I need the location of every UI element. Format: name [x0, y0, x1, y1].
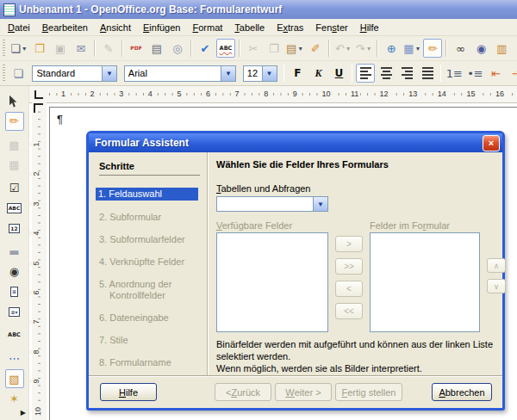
- dialog-titlebar[interactable]: Formular Assistent ×: [89, 133, 502, 152]
- menu-item-format[interactable]: Format: [186, 21, 228, 34]
- menu-item-tabelle[interactable]: Tabelle: [228, 21, 271, 34]
- binary-fields-note: Binärfelder werden mit aufgeführt und kö…: [216, 338, 504, 374]
- ruler-corner: [29, 86, 47, 103]
- checkbox-icon[interactable]: ☑: [5, 179, 24, 197]
- form-design-icon[interactable]: ▧: [5, 369, 24, 387]
- menu-item-extras[interactable]: Extras: [271, 21, 309, 34]
- page-preview-icon[interactable]: ◎: [168, 39, 187, 58]
- option-button-icon[interactable]: ◉: [5, 262, 24, 281]
- gallery-icon[interactable]: ▥: [492, 39, 511, 58]
- paste-dropdown-icon[interactable]: ▼: [297, 46, 303, 52]
- next-button: Weiter >: [275, 383, 332, 401]
- option-button-glyph: ◉: [9, 266, 19, 277]
- menu-item-fenster[interactable]: Fenster: [309, 21, 353, 34]
- navigator-icon[interactable]: ◉: [471, 39, 490, 58]
- underline-icon[interactable]: U: [329, 64, 348, 83]
- ruler-mark: 4: [146, 89, 154, 99]
- window-titlebar[interactable]: Unbenannt 1 - OpenOffice.org Base: Formu…: [0, 0, 517, 19]
- tab-stop-selector-icon[interactable]: [34, 90, 43, 99]
- push-button-glyph: ▬: [9, 246, 19, 257]
- auto-spellcheck-icon[interactable]: ABC: [216, 39, 235, 58]
- menu-item-hilfe[interactable]: Hilfe: [354, 21, 385, 34]
- tables-queries-combo[interactable]: ▼: [216, 196, 328, 212]
- print-icon[interactable]: ▤: [147, 39, 166, 58]
- toolbar-overflow-icon[interactable]: ▶: [21, 409, 26, 417]
- text-box-glyph: ABC: [7, 203, 22, 213]
- margin-marker[interactable]: [34, 103, 43, 113]
- insert-table-icon[interactable]: ▦▼: [402, 39, 421, 58]
- menu-item-einfgen[interactable]: Einfügen: [137, 21, 186, 34]
- numbered-list-icon[interactable]: 1≡: [445, 64, 464, 83]
- design-mode-icon[interactable]: ✏: [423, 39, 442, 58]
- toolbar-grip[interactable]: [2, 65, 5, 82]
- ruler-mark: 7: [30, 320, 42, 324]
- align-justify-icon[interactable]: [418, 64, 437, 83]
- align-center-icon[interactable]: [377, 64, 396, 83]
- label-field-icon[interactable]: ABC: [5, 326, 24, 344]
- wizards-icon[interactable]: ✶: [5, 390, 24, 408]
- more-controls-icon[interactable]: ⋯: [5, 349, 24, 368]
- redo-glyph: ↷: [356, 43, 365, 54]
- decrease-indent-icon[interactable]: ⇤: [486, 64, 505, 83]
- format-paintbrush-icon[interactable]: ✐: [306, 39, 325, 58]
- available-fields-list[interactable]: [216, 232, 328, 332]
- insert-table-dropdown-icon[interactable]: ▼: [415, 46, 421, 52]
- spellcheck-icon[interactable]: ✔: [196, 39, 215, 58]
- form-wizard-dialog: Formular Assistent × Schritte 1. Feldaus…: [86, 131, 505, 411]
- close-icon[interactable]: ×: [483, 135, 500, 151]
- open-icon[interactable]: ❐: [30, 39, 49, 58]
- wizard-step-2: 2. Subformular: [99, 212, 200, 223]
- bold-icon[interactable]: F: [288, 64, 307, 83]
- italic-icon[interactable]: K: [308, 64, 327, 83]
- increase-indent-icon[interactable]: ⇥: [507, 64, 517, 83]
- cancel-button[interactable]: Abbrechen: [432, 383, 492, 401]
- list-box-icon[interactable]: ≡: [5, 282, 24, 300]
- separator: [94, 40, 96, 57]
- chevron-down-icon[interactable]: ▼: [313, 197, 327, 211]
- move-selected-left-button: <: [335, 281, 363, 297]
- available-fields-label: Verfügbare Felder: [216, 220, 292, 231]
- wizard-step-1[interactable]: 1. Feldauswahl: [96, 188, 198, 201]
- menu-item-ansicht[interactable]: Ansicht: [94, 21, 137, 34]
- help-button[interactable]: Hilfe: [100, 383, 157, 401]
- font-size-combo[interactable]: 12 ▼: [243, 65, 277, 82]
- toolbar-grip[interactable]: [2, 40, 6, 57]
- separator: [440, 65, 441, 82]
- bullet-list-icon[interactable]: •≡: [465, 64, 484, 83]
- align-right-icon[interactable]: [397, 64, 416, 83]
- chevron-down-icon[interactable]: ▼: [262, 66, 277, 81]
- design-mode-icon[interactable]: ✏: [5, 112, 24, 130]
- vertical-ruler: 12345678910: [32, 102, 47, 420]
- push-button-icon[interactable]: ▬: [5, 243, 24, 261]
- hyperlink-icon[interactable]: ⊕: [382, 39, 401, 58]
- chevron-down-icon[interactable]: ▼: [221, 66, 235, 81]
- paragraph-style-combo[interactable]: Standard ▼: [32, 65, 116, 82]
- font-size-value: 12: [244, 68, 262, 78]
- find-icon[interactable]: ∞: [451, 39, 470, 58]
- separator: [190, 40, 192, 57]
- paragraph-style-value: Standard: [33, 68, 101, 78]
- edit-file-glyph: ✎: [104, 43, 114, 54]
- auto-spellcheck-glyph: ABC: [220, 46, 233, 52]
- back-button: < Zurück: [215, 383, 271, 401]
- menu-item-bearbeiten[interactable]: Bearbeiten: [36, 21, 94, 34]
- formatted-field-icon[interactable]: 12: [5, 219, 24, 238]
- font-name-combo[interactable]: Arial ▼: [124, 65, 236, 82]
- email-icon[interactable]: ✉: [72, 39, 90, 58]
- chevron-down-icon[interactable]: ▼: [102, 66, 116, 81]
- combo-box-icon[interactable]: ≡▾: [5, 303, 24, 321]
- paste-icon[interactable]: ▤▼: [285, 39, 304, 58]
- print-glyph: ▤: [152, 43, 162, 54]
- form-fields-list[interactable]: [370, 232, 480, 332]
- select-icon[interactable]: [5, 92, 24, 110]
- spellcheck-glyph: ✔: [201, 43, 210, 54]
- styles-window-icon[interactable]: ❏: [9, 64, 28, 83]
- text-box-icon[interactable]: ABC: [5, 199, 24, 217]
- new-document-dropdown-icon[interactable]: ▼: [22, 46, 28, 52]
- export-pdf-icon[interactable]: PDF: [127, 39, 146, 58]
- ruler-mark: 7: [234, 89, 241, 99]
- new-document-icon[interactable]: ❏▼: [9, 39, 28, 58]
- design-mode-glyph: ✏: [428, 43, 438, 54]
- align-left-icon[interactable]: [356, 64, 375, 83]
- menu-item-datei[interactable]: Datei: [2, 21, 36, 34]
